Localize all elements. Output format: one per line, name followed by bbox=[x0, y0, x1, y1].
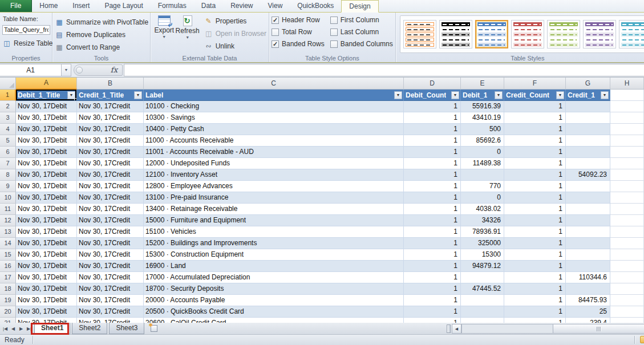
cell-E18[interactable]: 47445.52 bbox=[461, 283, 504, 295]
summarize-pivottable-button[interactable]: ▦ Summarize with PivotTable bbox=[55, 17, 148, 27]
cell-E9[interactable]: 770 bbox=[461, 181, 504, 192]
cell-B7[interactable]: Nov 30, 17Credit bbox=[77, 158, 144, 169]
row-header-20[interactable]: 20 bbox=[0, 306, 16, 318]
filter-button-debit_count[interactable]: ▼ bbox=[451, 91, 459, 99]
column-header-E[interactable]: E bbox=[461, 78, 504, 90]
column-header-B[interactable]: B bbox=[77, 78, 144, 90]
cell-D14[interactable]: 1 bbox=[404, 238, 461, 249]
cell-G18[interactable] bbox=[566, 283, 610, 295]
filter-button-credit_1[interactable]: ▼ bbox=[601, 91, 609, 99]
cell-G7[interactable] bbox=[566, 158, 610, 169]
cell-E3[interactable]: 43410.19 bbox=[461, 112, 504, 124]
cell-H2[interactable] bbox=[610, 101, 644, 112]
column-header-H[interactable]: H bbox=[610, 78, 644, 90]
filter-button-credit_1_title[interactable]: ▼ bbox=[134, 91, 142, 99]
row-header-1[interactable]: 1 bbox=[0, 90, 16, 101]
cell-A10[interactable]: Nov 30, 17Debit bbox=[16, 192, 77, 204]
row-header-10[interactable]: 10 bbox=[0, 192, 16, 204]
cell-H7[interactable] bbox=[610, 158, 644, 169]
cell-A1[interactable]: Debit_1_Title▼ bbox=[16, 90, 77, 101]
cell-B20[interactable]: Nov 30, 17Credit bbox=[77, 306, 144, 318]
cell-C1[interactable]: Label▼ bbox=[144, 90, 404, 101]
cell-C20[interactable]: 20500 · QuickBooks Credit Card bbox=[144, 306, 404, 318]
cell-G15[interactable] bbox=[566, 249, 610, 261]
cell-G13[interactable] bbox=[566, 226, 610, 238]
cell-D15[interactable]: 1 bbox=[404, 249, 461, 261]
cell-A18[interactable]: Nov 30, 17Debit bbox=[16, 283, 77, 295]
cell-E16[interactable]: 94879.12 bbox=[461, 261, 504, 272]
cell-F1[interactable]: Credit_Count▼ bbox=[504, 90, 566, 101]
cell-D6[interactable]: 1 bbox=[404, 147, 461, 158]
insert-worksheet-button[interactable]: ✱ bbox=[148, 324, 160, 333]
cell-E4[interactable]: 500 bbox=[461, 124, 504, 135]
column-header-G[interactable]: G bbox=[566, 78, 610, 90]
cell-E2[interactable]: 55916.39 bbox=[461, 101, 504, 112]
cell-D7[interactable]: 1 bbox=[404, 158, 461, 169]
table-name-input[interactable] bbox=[2, 25, 50, 35]
cell-E6[interactable]: 0 bbox=[461, 147, 504, 158]
cell-G11[interactable] bbox=[566, 204, 610, 215]
cell-C18[interactable]: 18700 · Security Deposits bbox=[144, 283, 404, 295]
cell-H9[interactable] bbox=[610, 181, 644, 192]
ribbon-tab-view[interactable]: View bbox=[261, 0, 290, 12]
cell-C15[interactable]: 15300 · Construction Equipment bbox=[144, 249, 404, 261]
name-box[interactable]: A1 bbox=[0, 64, 62, 76]
ribbon-tab-page-layout[interactable]: Page Layout bbox=[97, 0, 150, 12]
cell-H4[interactable] bbox=[610, 124, 644, 135]
cell-B14[interactable]: Nov 30, 17Credit bbox=[77, 238, 144, 249]
cell-E5[interactable]: 85692.6 bbox=[461, 135, 504, 147]
cell-G1[interactable]: Credit_1▼ bbox=[566, 90, 610, 101]
cell-C3[interactable]: 10300 · Savings bbox=[144, 112, 404, 124]
cell-F15[interactable]: 1 bbox=[504, 249, 566, 261]
cell-A7[interactable]: Nov 30, 17Debit bbox=[16, 158, 77, 169]
cell-C5[interactable]: 11000 · Accounts Receivable bbox=[144, 135, 404, 147]
cell-B5[interactable]: Nov 30, 17Credit bbox=[77, 135, 144, 147]
row-header-2[interactable]: 2 bbox=[0, 101, 16, 112]
row-header-11[interactable]: 11 bbox=[0, 204, 16, 215]
cell-G10[interactable] bbox=[566, 192, 610, 204]
cell-F16[interactable]: 1 bbox=[504, 261, 566, 272]
cell-D19[interactable]: 1 bbox=[404, 295, 461, 306]
cell-A21[interactable]: Nov 30, 17Debit bbox=[16, 318, 77, 323]
cell-G21[interactable]: 239.4 bbox=[566, 318, 610, 323]
cell-B21[interactable]: Nov 30, 17Credit bbox=[77, 318, 144, 323]
cell-B18[interactable]: Nov 30, 17Credit bbox=[77, 283, 144, 295]
cell-F4[interactable]: 1 bbox=[504, 124, 566, 135]
row-header-6[interactable]: 6 bbox=[0, 147, 16, 158]
cell-H21[interactable] bbox=[610, 318, 644, 323]
row-header-17[interactable]: 17 bbox=[0, 272, 16, 283]
filter-button-debit_1[interactable]: ▼ bbox=[495, 91, 503, 99]
cell-D4[interactable]: 1 bbox=[404, 124, 461, 135]
cell-E8[interactable] bbox=[461, 169, 504, 181]
column-header-C[interactable]: C bbox=[144, 78, 404, 90]
cell-D1[interactable]: Debit_Count▼ bbox=[404, 90, 461, 101]
cell-A14[interactable]: Nov 30, 17Debit bbox=[16, 238, 77, 249]
sheet-tab-sheet3[interactable]: Sheet3 bbox=[109, 323, 144, 334]
cell-A6[interactable]: Nov 30, 17Debit bbox=[16, 147, 77, 158]
cell-H20[interactable] bbox=[610, 306, 644, 318]
cell-F8[interactable]: 1 bbox=[504, 169, 566, 181]
column-header-A[interactable]: A bbox=[16, 78, 77, 90]
cell-D2[interactable]: 1 bbox=[404, 101, 461, 112]
cell-E19[interactable] bbox=[461, 295, 504, 306]
cell-F7[interactable]: 1 bbox=[504, 158, 566, 169]
cell-A12[interactable]: Nov 30, 17Debit bbox=[16, 215, 77, 226]
cell-F13[interactable]: 1 bbox=[504, 226, 566, 238]
cell-C13[interactable]: 15100 · Vehicles bbox=[144, 226, 404, 238]
cell-D20[interactable]: 1 bbox=[404, 306, 461, 318]
cell-H17[interactable] bbox=[610, 272, 644, 283]
export-button[interactable]: Export ▼ bbox=[153, 14, 176, 51]
cell-C17[interactable]: 17000 · Accumulated Depreciation bbox=[144, 272, 404, 283]
option-first-column[interactable]: First Column bbox=[330, 16, 393, 24]
cell-C6[interactable]: 11001 · Accounts Receivable - AUD bbox=[144, 147, 404, 158]
cell-C16[interactable]: 16900 · Land bbox=[144, 261, 404, 272]
unlink-button[interactable]: ∾ Unlink bbox=[204, 40, 266, 51]
cell-E21[interactable] bbox=[461, 318, 504, 323]
cell-C12[interactable]: 15000 · Furniture and Equipment bbox=[144, 215, 404, 226]
row-header-19[interactable]: 19 bbox=[0, 295, 16, 306]
row-header-4[interactable]: 4 bbox=[0, 124, 16, 135]
convert-to-range-button[interactable]: ▦ Convert to Range bbox=[55, 42, 148, 52]
cell-D9[interactable]: 1 bbox=[404, 181, 461, 192]
cell-B19[interactable]: Nov 30, 17Credit bbox=[77, 295, 144, 306]
checkbox-banded-rows[interactable]: ✓ bbox=[272, 40, 279, 48]
